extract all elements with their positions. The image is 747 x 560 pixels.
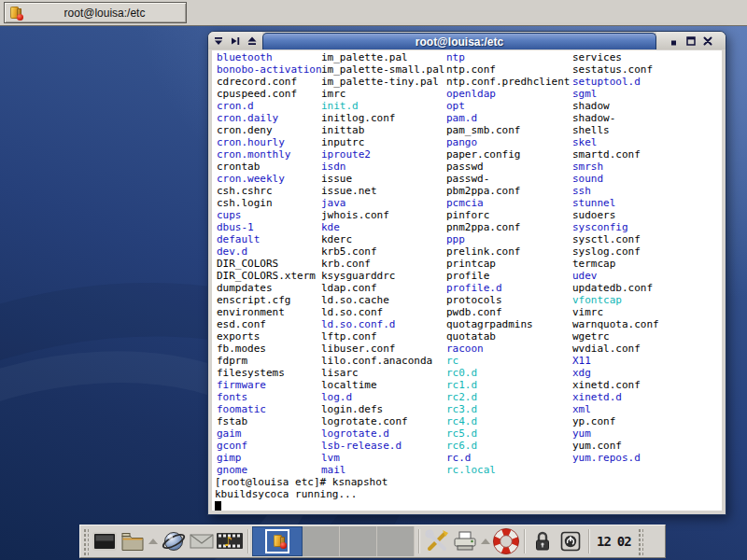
- panel-separator: [247, 529, 248, 553]
- multimedia-icon[interactable]: ♪: [216, 526, 244, 556]
- panel-handle[interactable]: [637, 527, 643, 555]
- file-entry: shadow: [572, 100, 659, 112]
- maximize-icon[interactable]: [684, 34, 698, 48]
- file-entry: dbus-1: [217, 221, 322, 233]
- show-desktop-icon[interactable]: [91, 526, 119, 556]
- file-entry: rc: [446, 355, 570, 367]
- clock-minutes: 02: [617, 534, 631, 549]
- file-entry: dev.d: [217, 245, 322, 258]
- file-entry: enscript.cfg: [217, 294, 322, 306]
- file-entry: xinetd.conf: [572, 379, 659, 391]
- popup-arrow-icon[interactable]: [481, 539, 490, 544]
- taskbar-active-task[interactable]: [252, 526, 303, 556]
- file-entry: environment: [217, 306, 322, 318]
- file-entry: warnquota.conf: [572, 318, 659, 330]
- file-entry: profile.d: [446, 282, 570, 294]
- file-entry: pwdb.conf: [446, 306, 570, 318]
- taskbar-task-button[interactable]: root@louisa:/etc: [4, 2, 187, 23]
- close-icon[interactable]: [700, 34, 715, 48]
- mail-icon[interactable]: [188, 526, 216, 556]
- file-entry: passwd: [446, 161, 570, 173]
- file-entry: quotagrpadmins: [446, 318, 570, 330]
- file-entry: initlog.conf: [321, 112, 444, 124]
- file-entry: sestatus.conf: [572, 63, 659, 76]
- file-entry: DIR_COLORS: [217, 258, 322, 270]
- file-entry: paper.config: [446, 148, 570, 161]
- lock-icon[interactable]: [529, 526, 557, 556]
- file-entry: log.d: [321, 391, 444, 403]
- file-entry: filesystems: [217, 367, 322, 379]
- panel-handle[interactable]: [82, 527, 89, 555]
- file-entry: bluetooth: [217, 51, 322, 63]
- file-entry: udev: [572, 270, 659, 282]
- file-entry: stunnel: [572, 197, 659, 209]
- sticky-icon[interactable]: [228, 34, 243, 48]
- panel-separator: [588, 529, 589, 553]
- file-entry: exports: [217, 330, 322, 343]
- terminal-screen[interactable]: bluetoothbonobo-activationcdrecord.confc…: [212, 50, 722, 511]
- tools-icon[interactable]: [423, 526, 451, 556]
- listing-column-2: im_palette.palim_palette-small.palim_pal…: [321, 51, 444, 476]
- logout-icon[interactable]: [557, 526, 585, 556]
- shell-prompt-line: [root@louisa etc]# ksnapshot: [215, 476, 722, 488]
- help-lifering-icon[interactable]: [492, 526, 520, 556]
- file-entry: cron.monthly: [217, 148, 322, 161]
- file-listing: bluetoothbonobo-activationcdrecord.confc…: [215, 51, 722, 476]
- file-entry: services: [572, 51, 659, 63]
- file-entry: quotatab: [446, 330, 570, 343]
- menu-icon[interactable]: [211, 34, 226, 48]
- file-entry: init.d: [321, 100, 444, 112]
- file-entry: gimp: [217, 452, 322, 464]
- home-folder-icon[interactable]: [119, 526, 147, 556]
- file-entry: esd.conf: [217, 318, 322, 330]
- printer-icon[interactable]: [451, 526, 479, 556]
- active-task-frame: [265, 529, 289, 553]
- file-entry: wvdial.conf: [572, 343, 659, 355]
- minimize-icon[interactable]: [667, 34, 682, 48]
- file-entry: vfontcap: [572, 294, 659, 306]
- file-entry: gaim: [217, 427, 322, 440]
- web-browser-icon[interactable]: [160, 526, 188, 556]
- file-entry: localtime: [321, 379, 444, 391]
- file-entry: skel: [572, 136, 659, 148]
- panel-clock[interactable]: 12 02: [597, 534, 631, 549]
- file-entry: termcap: [572, 258, 659, 270]
- file-entry: shadow-: [572, 112, 659, 124]
- file-entry: kderc: [321, 233, 444, 245]
- file-entry: opt: [446, 100, 570, 112]
- panel-separator: [418, 529, 419, 553]
- file-entry: gnome: [217, 464, 322, 476]
- file-entry: gconf: [217, 440, 322, 452]
- titlebar-drag-area[interactable]: root@louisa:/etc: [262, 33, 656, 49]
- file-entry: racoon: [446, 343, 570, 355]
- popup-arrow-icon[interactable]: [148, 539, 158, 544]
- file-entry: xinetd.d: [572, 391, 659, 403]
- file-entry: updatedb.conf: [572, 282, 659, 294]
- file-entry: cron.weekly: [217, 173, 322, 185]
- file-entry: csh.cshrc: [217, 185, 322, 197]
- window-titlebar[interactable]: root@louisa:/etc: [208, 32, 726, 49]
- file-entry: krb.conf: [321, 258, 444, 270]
- file-entry: im_palette-small.pal: [321, 63, 444, 76]
- file-entry: lilo.conf.anaconda: [321, 355, 444, 367]
- file-entry: pango: [446, 136, 570, 148]
- terminal-status-line: kbuildsycoca running...: [215, 488, 722, 500]
- file-entry: cron.deny: [217, 124, 322, 136]
- file-entry: setuptool.d: [572, 76, 659, 88]
- file-entry: cron.hourly: [217, 136, 322, 148]
- file-entry: login.defs: [321, 403, 444, 415]
- file-entry: firmware: [217, 379, 322, 391]
- file-entry: ssh: [572, 185, 659, 197]
- shade-icon[interactable]: [245, 34, 260, 48]
- file-entry: logrotate.conf: [321, 415, 444, 427]
- titlebar-left-buttons: [208, 32, 262, 49]
- file-entry: lisarc: [321, 367, 444, 379]
- file-entry: yum.conf: [572, 440, 659, 452]
- file-entry: isdn: [321, 161, 444, 173]
- file-entry: cups: [217, 209, 322, 221]
- taskbar-empty-slot: [340, 526, 377, 556]
- file-entry: smartd.conf: [572, 148, 659, 161]
- file-entry: fstab: [217, 415, 322, 427]
- titlebar-right-buttons: [656, 32, 726, 49]
- file-entry: fonts: [217, 391, 322, 403]
